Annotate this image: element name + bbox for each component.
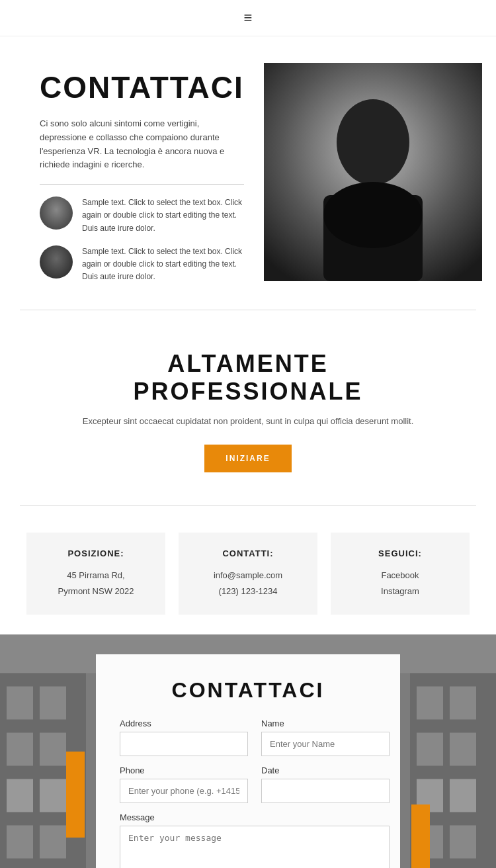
svg-rect-12 <box>7 826 33 859</box>
info-box-contacts: CONTATTI: info@sample.com (123) 123-1234 <box>179 533 317 615</box>
svg-rect-7 <box>40 687 66 720</box>
contact-item-1: Sample text. Click to select the text bo… <box>40 196 244 235</box>
address-input[interactable] <box>120 732 248 756</box>
section-contact-form: CONTATTACI Address Name Phone Date Messa… <box>0 634 496 868</box>
orange-accent-right <box>411 804 430 868</box>
message-input[interactable] <box>120 826 390 868</box>
svg-rect-13 <box>40 826 66 859</box>
svg-rect-10 <box>7 779 33 812</box>
section1-photo <box>264 63 482 281</box>
social-title: SEGUICI: <box>344 548 456 558</box>
form-card: CONTATTACI Address Name Phone Date Messa… <box>96 654 400 868</box>
svg-rect-18 <box>450 687 476 720</box>
contact-text-1: Sample text. Click to select the text bo… <box>82 196 244 235</box>
contact-text-2: Sample text. Click to select the text bo… <box>82 245 244 284</box>
svg-rect-20 <box>450 733 476 766</box>
navbar: ≡ <box>0 0 496 36</box>
contacts-title: CONTATTI: <box>192 548 304 558</box>
position-title: POSIZIONE: <box>40 548 152 558</box>
name-label: Name <box>261 718 390 728</box>
main-title: CONTATTACI <box>40 69 244 105</box>
svg-rect-11 <box>40 779 66 812</box>
name-input[interactable] <box>261 732 390 756</box>
date-field-group: Date <box>261 765 390 803</box>
svg-rect-22 <box>450 779 476 812</box>
name-field-group: Name <box>261 718 390 756</box>
svg-rect-24 <box>450 826 476 859</box>
date-input[interactable] <box>261 779 390 803</box>
svg-rect-9 <box>40 733 66 766</box>
section1-description: Ci sono solo alcuni sintomi come vertigi… <box>40 117 244 185</box>
social-facebook[interactable]: Facebook <box>344 568 456 583</box>
contacts-email: info@sample.com <box>192 568 304 583</box>
section1-left: CONTATTACI Ci sono solo alcuni sintomi c… <box>40 63 244 283</box>
svg-rect-8 <box>7 733 33 766</box>
info-box-position: POSIZIONE: 45 Pirrama Rd, Pyrmont NSW 20… <box>26 533 165 615</box>
orange-accent-left <box>66 752 85 838</box>
contact-item-2: Sample text. Click to select the text bo… <box>40 245 244 284</box>
section-contact-header: CONTATTACI Ci sono solo alcuni sintomi c… <box>0 36 496 310</box>
phone-field-group: Phone <box>120 765 248 803</box>
contacts-phone: (123) 123-1234 <box>192 584 304 599</box>
social-instagram[interactable]: Instagram <box>344 584 456 599</box>
professional-title: ALTAMENTE PROFESSIONALE <box>60 350 436 406</box>
phone-label: Phone <box>120 765 248 775</box>
position-line1: 45 Pirrama Rd, <box>40 568 152 583</box>
start-button[interactable]: INIZIARE <box>204 445 291 472</box>
info-box-social: SEGUICI: Facebook Instagram <box>331 533 470 615</box>
avatar-1 <box>40 196 73 230</box>
message-field-group: Message <box>120 812 390 868</box>
svg-point-1 <box>337 99 409 185</box>
address-field-group: Address <box>120 718 248 756</box>
professional-description: Excepteur sint occaecat cupidatat non pr… <box>60 416 436 426</box>
section-info-boxes: POSIZIONE: 45 Pirrama Rd, Pyrmont NSW 20… <box>0 513 496 634</box>
date-label: Date <box>261 765 390 775</box>
svg-point-3 <box>323 182 423 248</box>
svg-rect-6 <box>7 687 33 720</box>
message-label: Message <box>120 812 390 822</box>
section-professional: ALTAMENTE PROFESSIONALE Excepteur sint o… <box>20 310 476 506</box>
avatar-2 <box>40 245 73 279</box>
position-line2: Pyrmont NSW 2022 <box>40 584 152 599</box>
hamburger-icon[interactable]: ≡ <box>244 9 253 26</box>
svg-rect-19 <box>417 733 443 766</box>
phone-input[interactable] <box>120 779 248 803</box>
address-label: Address <box>120 718 248 728</box>
svg-rect-17 <box>417 687 443 720</box>
form-title: CONTATTACI <box>120 678 376 703</box>
